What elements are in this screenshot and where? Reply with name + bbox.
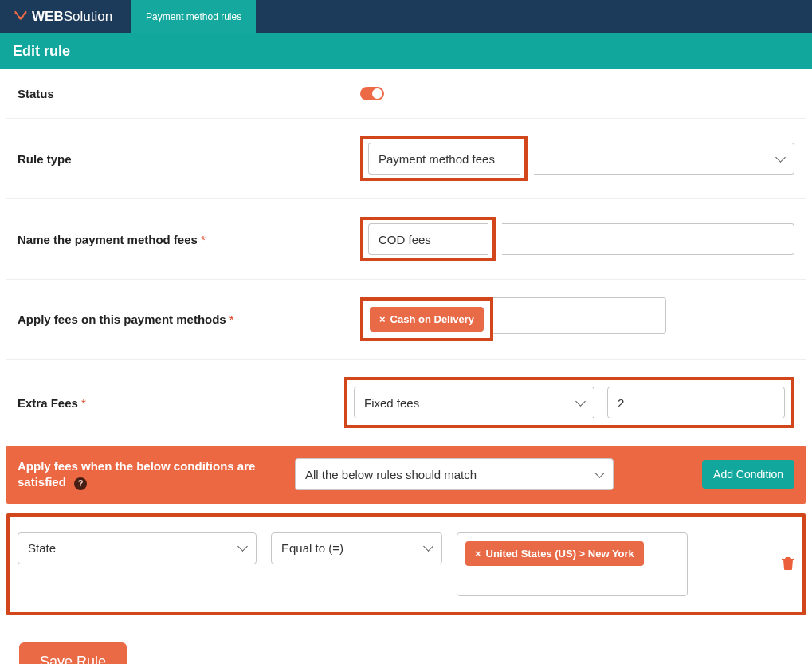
extra-fees-type-select[interactable]: Fixed fees [354, 387, 594, 418]
label-name-fees: Name the payment method fees* [18, 233, 360, 246]
condition-field-select[interactable]: State [18, 532, 257, 564]
trash-icon[interactable] [782, 556, 794, 573]
row-rule-type: Rule type Payment method fees [6, 119, 806, 199]
page-title: Edit rule [0, 33, 812, 69]
label-apply-methods: Apply fees on this payment methods* [18, 312, 360, 326]
label-rule-type: Rule type [18, 152, 360, 166]
highlight-apply-methods: × Cash on Delivery [360, 297, 493, 341]
rule-type-select[interactable]: Payment method fees [368, 143, 520, 175]
close-icon[interactable]: × [475, 548, 481, 560]
label-extra-fees: Extra Fees* [18, 396, 344, 410]
save-rule-button[interactable]: Save Rule [19, 642, 127, 665]
extra-fees-amount-input[interactable] [607, 387, 785, 418]
label-status: Status [18, 87, 360, 100]
condition-value-chip[interactable]: × United States (US) > New York [465, 541, 644, 566]
payment-method-chip[interactable]: × Cash on Delivery [370, 307, 484, 332]
name-fees-input[interactable] [368, 223, 488, 255]
logo-text: WEBSolution [32, 9, 112, 25]
tab-payment-method-rules[interactable]: Payment method rules [131, 0, 256, 33]
top-bar: WEBSolution Payment method rules [0, 0, 812, 33]
highlight-name-fees [360, 217, 496, 261]
row-apply-methods: Apply fees on this payment methods* × Ca… [6, 280, 806, 360]
row-name-fees: Name the payment method fees* [6, 199, 806, 280]
status-toggle[interactable] [360, 87, 384, 100]
chevron-down-icon [777, 152, 784, 166]
condition-operator-select[interactable]: Equal to (=) [271, 532, 442, 564]
name-fees-input-extend[interactable] [502, 223, 794, 255]
row-status: Status [6, 69, 806, 119]
row-extra-fees: Extra Fees* Fixed fees [6, 360, 806, 446]
chevron-down-icon [425, 541, 432, 555]
chevron-down-icon [577, 396, 584, 410]
chevron-down-icon [239, 541, 246, 555]
form-footer: Save Rule [0, 615, 812, 665]
conditions-match-mode-value: All the below rules should match [305, 468, 477, 481]
conditions-match-mode-select[interactable]: All the below rules should match [295, 458, 614, 490]
highlight-rule-type: Payment method fees [360, 136, 528, 181]
highlight-extra-fees: Fixed fees [344, 377, 794, 428]
add-condition-button[interactable]: Add Condition [702, 460, 794, 489]
payment-method-chip-label: Cash on Delivery [390, 313, 475, 325]
rule-form: Status Rule type Payment method fees Nam… [0, 69, 812, 446]
conditions-header: Apply fees when the below conditions are… [6, 446, 806, 504]
chevron-down-icon [596, 468, 603, 481]
close-icon[interactable]: × [379, 313, 386, 325]
conditions-header-label: Apply fees when the below conditions are… [18, 458, 280, 491]
logo: WEBSolution [0, 0, 124, 33]
condition-field-value: State [28, 541, 56, 555]
extra-fees-type-value: Fixed fees [364, 396, 419, 410]
condition-row: State Equal to (=) × United States (US) … [6, 513, 806, 615]
payment-methods-area[interactable] [493, 297, 666, 334]
logo-icon [11, 8, 29, 26]
condition-value-area[interactable]: × United States (US) > New York [457, 532, 688, 596]
condition-value-chip-label: United States (US) > New York [486, 548, 634, 560]
rule-type-value: Payment method fees [379, 152, 495, 166]
rule-type-select-extend[interactable] [534, 143, 794, 175]
help-icon[interactable]: ? [74, 477, 87, 490]
condition-operator-value: Equal to (=) [281, 541, 343, 555]
